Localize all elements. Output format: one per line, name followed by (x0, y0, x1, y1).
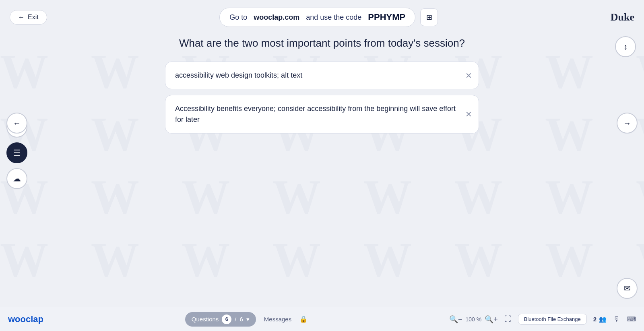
exit-button[interactable]: ← Exit (10, 10, 47, 25)
keyboard-button[interactable]: ⌨ (627, 315, 636, 323)
site-name: wooclap.com (254, 13, 299, 22)
messages-label: Messages (264, 316, 291, 323)
questions-pill[interactable]: Questions 6 / 6 ▾ (185, 312, 256, 327)
close-response-1-button[interactable]: ✕ (465, 72, 472, 80)
next-button[interactable]: → (617, 113, 638, 134)
question-title: What are the two most important points f… (179, 37, 465, 49)
participant-count: 2 👥 (593, 316, 607, 323)
header: ← Exit Go to wooclap.com and use the cod… (0, 0, 644, 29)
zoom-controls: 🔍− 100 % 🔍+ (449, 315, 498, 324)
expand-button[interactable]: ⛶ (504, 315, 512, 323)
participants-icon: 👥 (599, 316, 607, 323)
user-name: Duke (611, 11, 634, 23)
response-text-2: Accessibility benefits everyone; conside… (175, 103, 458, 125)
mic-icon: 🎙 (613, 315, 620, 323)
back-arrow-icon: ← (13, 119, 21, 128)
next-arrow-icon: → (623, 119, 631, 128)
messages-button[interactable]: Messages (264, 316, 291, 323)
expand-icon: ⛶ (504, 315, 512, 323)
cloud-sidebar-icon: ☁ (13, 174, 21, 183)
zoom-in-button[interactable]: 🔍+ (485, 315, 498, 324)
zoom-level: 100 % (466, 316, 482, 323)
dropdown-chevron-icon: ▾ (246, 316, 250, 323)
code-prefix: Go to (229, 13, 247, 22)
bottom-right: 🔍− 100 % 🔍+ ⛶ Bluetooth File Exchange 2 … (449, 314, 636, 325)
code-bar: Go to wooclap.com and use the code PPHYM… (219, 8, 415, 27)
response-text-1: accessibility web design toolkits; alt t… (175, 70, 302, 81)
code-middle: and use the code (306, 13, 361, 22)
response-card: Accessibility benefits everyone; conside… (165, 95, 479, 134)
exit-label: Exit (28, 14, 39, 21)
questions-separator: / (235, 316, 236, 323)
list-sidebar-icon: ☰ (13, 148, 21, 158)
questions-total: 6 (240, 316, 243, 323)
back-button[interactable]: ← (6, 113, 27, 134)
cloud-sidebar-button[interactable]: ☁ (6, 168, 27, 189)
updown-button[interactable]: ↕ (615, 36, 636, 57)
questions-label: Questions (192, 316, 219, 323)
response-card: accessibility web design toolkits; alt t… (165, 62, 479, 89)
bottom-center: Questions 6 / 6 ▾ Messages 🔒 (185, 312, 308, 327)
mail-button[interactable]: ✉ (617, 278, 638, 299)
grid-icon: ⊞ (426, 13, 432, 22)
updown-icon: ↕ (623, 42, 627, 51)
bluetooth-badge: Bluetooth File Exchange (518, 314, 587, 325)
bottom-toolbar: wooclap Questions 6 / 6 ▾ Messages 🔒 🔍− … (0, 307, 644, 331)
header-center: Go to wooclap.com and use the code PPHYM… (219, 8, 438, 27)
zoom-out-button[interactable]: 🔍− (449, 315, 462, 324)
keyboard-icon: ⌨ (627, 316, 636, 323)
close-response-2-button[interactable]: ✕ (465, 110, 472, 118)
participant-number: 2 (593, 316, 597, 323)
exit-arrow-icon: ← (18, 14, 25, 21)
microphone-button[interactable]: 🎙 (613, 315, 620, 323)
main-content: What are the two most important points f… (0, 29, 644, 134)
mail-icon: ✉ (624, 284, 631, 293)
wooclap-logo: wooclap (8, 314, 43, 325)
responses-container: accessibility web design toolkits; alt t… (165, 62, 479, 134)
questions-badge: 6 (222, 315, 231, 324)
code-value: PPHYMP (368, 12, 405, 23)
grid-view-button[interactable]: ⊞ (420, 8, 438, 26)
list-sidebar-button[interactable]: ☰ (6, 142, 27, 163)
lock-icon: 🔒 (299, 315, 308, 323)
